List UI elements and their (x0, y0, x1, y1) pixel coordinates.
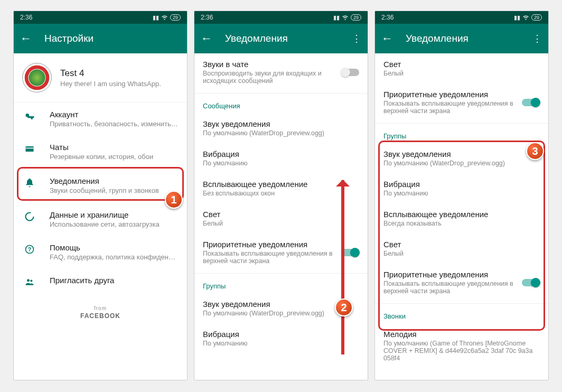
divider (375, 303, 548, 304)
item-sub: Использование сети, автозагрузка (50, 220, 179, 228)
bell-icon (24, 178, 35, 188)
app-bar: ← Уведомления ⋮ (194, 24, 368, 53)
item-title: Чаты (50, 143, 179, 152)
status-bar: 2:36 ▮▮ 29 (375, 11, 548, 24)
settings-item-notifications[interactable]: Уведомления Звуки сообщений, групп и зво… (14, 168, 187, 203)
group-sound[interactable]: Звук уведомленияПо умолчанию (WaterDrop_… (375, 143, 548, 173)
section-calls: Звонки (375, 306, 548, 323)
group-vibration[interactable]: ВибрацияПо умолчанию (375, 173, 548, 203)
status-time: 2:36 (201, 14, 333, 21)
status-icons: ▮▮ 29 (153, 14, 181, 22)
notif-content-2: СветБелый Приоритетные уведомленияПоказы… (375, 53, 548, 380)
phone-notifications-2: 2:36 ▮▮ 29 ← Уведомления ⋮ СветБелый При… (374, 11, 549, 380)
app-bar: ← Настройки (14, 24, 187, 53)
svg-rect-0 (26, 146, 34, 152)
settings-item-chats[interactable]: Чаты Резервные копии, история, обои (14, 135, 187, 168)
data-usage-icon (24, 211, 35, 222)
settings-item-data[interactable]: Данные и хранилище Использование сети, а… (14, 203, 187, 236)
settings-item-help[interactable]: ? Помощь FAQ, поддержка, политика конфид… (14, 236, 187, 268)
group-popup[interactable]: Всплывающее уведомлениеВсегда показывать (375, 203, 548, 234)
toggle-on[interactable] (341, 249, 359, 256)
people-icon (24, 277, 35, 287)
svg-point-6 (30, 279, 32, 282)
item-sub: FAQ, поддержка, политика конфиденциальн.… (50, 253, 179, 261)
section-groups: Группы (194, 276, 368, 293)
group-priority-toggle[interactable]: Приоритетные уведомленияПоказывать всплы… (375, 264, 548, 301)
key-icon (24, 111, 35, 122)
status-bar: 2:36 ▮▮ 29 (194, 11, 368, 24)
profile-name: Test 4 (60, 68, 161, 79)
signal-icon: ▮▮ (333, 14, 340, 21)
item-sub: Приватность, безопасность, изменить номе… (50, 120, 179, 128)
divider (375, 123, 548, 124)
notif-content: Звуки в чате Воспроизводить звуки для вх… (194, 53, 368, 380)
status-icons: ▮▮ 29 (514, 14, 542, 22)
item-sub: Резервные копии, история, обои (50, 153, 179, 161)
profile-row[interactable]: Test 4 Hey there! I am using WhatsApp. (14, 53, 187, 102)
wifi-icon (522, 14, 529, 22)
popup-notification[interactable]: Всплывающее уведомлениеБез всплывающих о… (194, 173, 368, 203)
group-sound[interactable]: Звук уведомленияПо умолчанию (WaterDrop_… (194, 293, 368, 323)
chat-icon (24, 144, 35, 154)
status-bar: 2:36 ▮▮ 29 (14, 11, 187, 24)
profile-status: Hey there! I am using WhatsApp. (60, 80, 161, 88)
wifi-icon (342, 14, 349, 22)
toggle-on[interactable] (522, 99, 540, 106)
avatar (22, 63, 52, 92)
vibration[interactable]: ВибрацияПо умолчанию (194, 143, 368, 173)
battery-icon: 29 (531, 14, 542, 21)
settings-content: Test 4 Hey there! I am using WhatsApp. А… (14, 53, 187, 380)
phone-notifications-1: 2:36 ▮▮ 29 ← Уведомления ⋮ Звуки в чате … (194, 11, 368, 380)
settings-item-account[interactable]: Аккаунт Приватность, безопасность, измен… (14, 102, 187, 135)
back-icon[interactable]: ← (20, 32, 32, 45)
divider (194, 93, 368, 94)
item-title: Аккаунт (50, 110, 179, 119)
toggle-on[interactable] (522, 279, 540, 286)
page-title: Уведомления (406, 33, 520, 44)
page-title: Настройки (44, 33, 181, 44)
more-icon[interactable]: ⋮ (532, 33, 542, 44)
ringtone[interactable]: МелодияПо умолчанию (Game of Thrones [Me… (375, 323, 548, 368)
signal-icon: ▮▮ (514, 14, 520, 21)
back-icon[interactable]: ← (201, 32, 212, 45)
item-title: Звуки в чате (203, 60, 336, 69)
phone-settings: 2:36 ▮▮ 29 ← Настройки Test 4 Hey there!… (13, 11, 188, 380)
app-bar: ← Уведомления ⋮ (375, 24, 548, 53)
item-title: Помощь (50, 243, 179, 252)
notification-sound[interactable]: Звук уведомленияПо умолчанию (WaterDrop_… (194, 113, 368, 143)
more-icon[interactable]: ⋮ (352, 33, 361, 44)
status-time: 2:36 (20, 14, 153, 21)
item-title: Данные и хранилище (50, 210, 179, 219)
item-sub: Звуки сообщений, групп и звонков (50, 186, 179, 194)
wifi-icon (161, 14, 168, 22)
light[interactable]: СветБелый (375, 53, 548, 83)
item-title: Пригласить друга (50, 276, 179, 285)
status-icons: ▮▮ 29 (333, 14, 361, 22)
settings-item-invite[interactable]: Пригласить друга (14, 268, 187, 295)
toggle-off[interactable] (341, 69, 359, 76)
section-messages: Сообщения (194, 96, 368, 113)
page-title: Уведомления (225, 33, 339, 44)
help-icon: ? (24, 244, 35, 255)
signal-icon: ▮▮ (153, 14, 159, 21)
back-icon[interactable]: ← (381, 32, 393, 45)
group-light[interactable]: СветБелый (375, 234, 548, 264)
light[interactable]: СветБелый (194, 203, 368, 234)
battery-icon: 29 (170, 14, 181, 21)
section-groups: Группы (375, 126, 548, 143)
svg-text:?: ? (28, 246, 32, 253)
battery-icon: 29 (351, 14, 361, 21)
group-vibration[interactable]: ВибрацияПо умолчанию (194, 323, 368, 353)
chat-sounds-toggle[interactable]: Звуки в чате Воспроизводить звуки для вх… (194, 53, 368, 91)
svg-rect-1 (26, 148, 34, 149)
priority-toggle[interactable]: Приоритетные уведомленияПоказывать всплы… (375, 83, 548, 121)
from-facebook: from FACEBOOK (14, 305, 187, 320)
item-sub: Воспроизводить звуки для входящих и исхо… (203, 70, 336, 85)
svg-point-5 (27, 279, 30, 282)
divider (194, 273, 368, 274)
status-time: 2:36 (381, 14, 514, 21)
priority-toggle[interactable]: Приоритетные уведомленияПоказывать всплы… (194, 234, 368, 271)
item-title: Уведомления (50, 176, 179, 185)
svg-point-2 (26, 213, 34, 221)
